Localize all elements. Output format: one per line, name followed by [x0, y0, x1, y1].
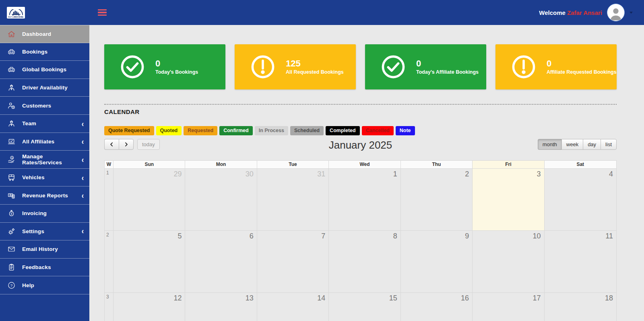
view-week-button[interactable]: week — [561, 139, 583, 150]
sidebar-item-invoicing[interactable]: $ Invoicing ‹ — [0, 205, 89, 223]
stat-value: 0 — [416, 59, 479, 68]
week-number: 1 — [105, 169, 114, 231]
calendar-day-cell-11[interactable]: 11 — [545, 231, 616, 293]
calendar-day-cell-9[interactable]: 9 — [401, 231, 473, 293]
user-avatar[interactable] — [607, 4, 625, 21]
dotted-separator — [104, 104, 617, 105]
sidebar-item-dashboard[interactable]: Dashboard ‹ — [0, 25, 89, 43]
sidebar-item-label: Revenue Reports — [22, 193, 82, 199]
sidebar-item-label: Help — [22, 282, 84, 288]
sidebar-item-label: Email History — [22, 246, 84, 252]
stat-card-affiliate-requested-bookings: 0 Affiliate Requested Bookings — [495, 44, 617, 89]
stat-value: 125 — [286, 59, 344, 68]
calendar-day-cell-10[interactable]: 10 — [473, 231, 544, 293]
day-number: 31 — [317, 170, 325, 178]
calendar-day-cell-5[interactable]: 5 — [114, 231, 185, 293]
view-list-button[interactable]: list — [601, 139, 617, 150]
legend-quote-requested-button[interactable]: Quote Requested — [104, 126, 154, 135]
day-of-week-header-mon: Mon — [185, 161, 257, 169]
day-number: 5 — [178, 232, 182, 240]
day-of-week-header-thu: Thu — [401, 161, 473, 169]
sidebar-item-label: All Affiliates — [22, 139, 82, 145]
legend-note-button[interactable]: Note — [396, 126, 415, 135]
calendar-day-cell-7[interactable]: 7 — [257, 231, 329, 293]
calendar-day-cell-12[interactable]: 12 — [114, 293, 185, 321]
calendar-day-cell-1[interactable]: 1 — [329, 169, 400, 231]
sidebar-item-help[interactable]: ? Help ‹ — [0, 276, 89, 294]
legend-requested-button[interactable]: Requested — [184, 126, 217, 135]
hand-money-icon: $ — [6, 155, 16, 164]
legend-confirmed-button[interactable]: Confirmed — [219, 126, 253, 135]
sidebar-item-email-history[interactable]: Email History ‹ — [0, 240, 89, 259]
calendar-day-cell-3[interactable]: 3 — [473, 169, 544, 231]
sidebar-item-bookings[interactable]: Bookings ‹ — [0, 43, 89, 61]
sidebar-item-customers[interactable]: $ Customers ‹ — [0, 97, 89, 115]
welcome-label: Welcome — [539, 9, 566, 16]
sidebar-item-feedbacks[interactable]: Feedbacks ‹ — [0, 259, 89, 277]
calendar-day-cell-30[interactable]: 30 — [185, 169, 257, 231]
day-number: 4 — [609, 170, 613, 178]
stat-card-today-s-affiliate-bookings: 0 Today's Affiliate Bookings — [365, 44, 486, 89]
legend-completed-button[interactable]: Completed — [326, 126, 360, 135]
calendar-toolbar: today January 2025 monthweekdaylist — [104, 139, 617, 150]
sidebar-item-label: Driver Availablity — [22, 85, 84, 91]
calendar-section-title: CALENDAR — [104, 108, 617, 115]
calendar-day-cell-6[interactable]: 6 — [185, 231, 257, 293]
legend-in-process-button[interactable]: In Process — [255, 126, 288, 135]
brand-logo[interactable]: FLY LIMOUSINE — [0, 0, 89, 25]
exclamation-circle-icon — [250, 54, 276, 80]
day-number: 7 — [321, 232, 325, 240]
sidebar-nav: Dashboard ‹ Bookings ‹ Global Bookings ‹… — [0, 25, 89, 294]
sidebar-item-manage-rates-services[interactable]: $ Manage Rates/Services ‹ — [0, 151, 89, 169]
sidebar-item-all-affiliates[interactable]: All Affiliates ‹ — [0, 133, 89, 151]
hamburger-menu-icon[interactable] — [98, 9, 107, 16]
calendar-day-cell-4[interactable]: 4 — [545, 169, 616, 231]
sidebar-item-settings[interactable]: Settings ‹ — [0, 223, 89, 241]
stat-label: Today's Affiliate Bookings — [416, 69, 479, 75]
day-of-week-header-sat: Sat — [545, 161, 616, 169]
svg-text:$: $ — [11, 157, 13, 159]
city-skyline-icon — [9, 9, 23, 16]
calendar-today-button[interactable]: today — [137, 139, 160, 150]
calendar-day-cell-13[interactable]: 13 — [185, 293, 257, 321]
day-number: 17 — [533, 294, 541, 302]
stat-label: Today's Bookings — [155, 69, 198, 75]
avatar-caret-icon[interactable] — [630, 12, 633, 14]
legend-cancelled-button[interactable]: Cancelled — [362, 126, 394, 135]
calendar-day-cell-29[interactable]: 29 — [114, 169, 185, 231]
calendar-day-cell-15[interactable]: 15 — [329, 293, 400, 321]
chevron-left-icon: ‹ — [82, 191, 84, 200]
day-of-week-header-fri: Fri — [473, 161, 544, 169]
calendar-day-cell-17[interactable]: 17 — [473, 293, 544, 321]
legend-quoted-button[interactable]: Quoted — [156, 126, 182, 135]
calendar-day-cell-14[interactable]: 14 — [257, 293, 329, 321]
calendar-day-cell-16[interactable]: 16 — [401, 293, 473, 321]
sidebar-item-driver-availablity[interactable]: Driver Availablity ‹ — [0, 79, 89, 97]
sidebar-item-vehicles[interactable]: Vehicles ‹ — [0, 169, 89, 187]
chevron-left-icon: ‹ — [82, 173, 84, 182]
calendar-day-cell-31[interactable]: 31 — [257, 169, 329, 231]
legend-scheduled-button[interactable]: Scheduled — [290, 126, 324, 135]
week-column-header: W — [105, 161, 114, 169]
sidebar-item-label: Customers — [22, 103, 84, 109]
calendar-next-button[interactable] — [119, 139, 134, 150]
calendar-day-cell-18[interactable]: 18 — [545, 293, 616, 321]
calendar-week-row: 3 12 13 14 15 16 17 18 — [105, 293, 616, 321]
email-icon — [6, 244, 16, 254]
calendar-day-cell-2[interactable]: 2 — [401, 169, 473, 231]
calendar-view-switcher: monthweekdaylist — [538, 139, 617, 150]
calendar-week-row: 2 5 6 7 8 9 10 11 — [105, 231, 616, 293]
calendar-day-cell-8[interactable]: 8 — [329, 231, 400, 293]
view-day-button[interactable]: day — [583, 139, 601, 150]
sidebar-item-revenue-reports[interactable]: Revenue Reports ‹ — [0, 186, 89, 205]
calendar-prev-button[interactable] — [104, 139, 119, 150]
calendar-body: 1 29 30 31 1 2 3 4 2 5 6 7 8 9 10 11 3 1… — [105, 169, 616, 321]
day-of-week-header-sun: Sun — [114, 161, 185, 169]
sidebar-item-team[interactable]: Team ‹ — [0, 115, 89, 133]
day-number: 8 — [393, 232, 397, 240]
check-circle-icon — [120, 54, 145, 80]
view-month-button[interactable]: month — [538, 139, 561, 150]
sidebar-item-label: Bookings — [22, 49, 84, 55]
sidebar-item-global-bookings[interactable]: Global Bookings ‹ — [0, 61, 89, 79]
day-number: 29 — [173, 170, 182, 178]
